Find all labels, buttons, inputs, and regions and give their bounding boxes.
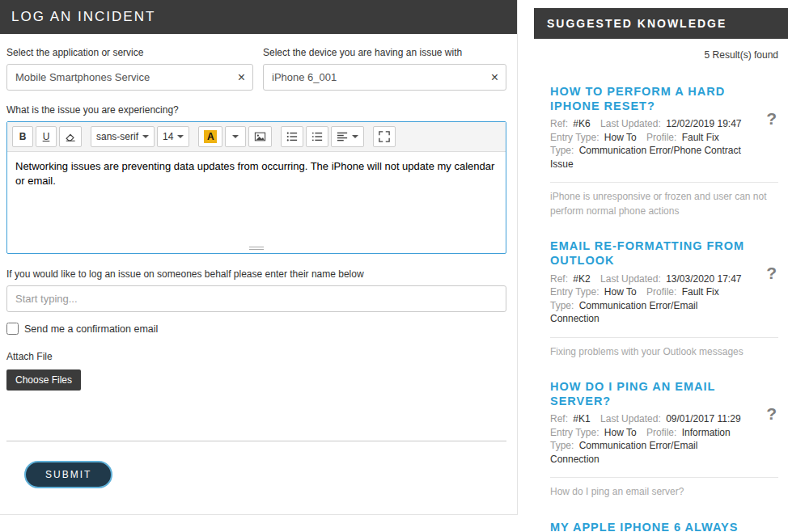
ref-value: #K1	[573, 413, 590, 424]
bold-button[interactable]: B	[12, 126, 33, 147]
knowledge-item-description: Fixing problems with your Outlook messag…	[550, 337, 778, 359]
font-size-value: 14	[163, 131, 173, 142]
text-color-button[interactable]: A	[198, 126, 222, 147]
behalf-input[interactable]	[6, 285, 506, 312]
profile-value: Fault Fix	[682, 132, 719, 143]
attach-file-label: Attach File	[6, 351, 506, 362]
rich-text-editor: B U sans-serif 14	[6, 121, 506, 254]
knowledge-item-meta-row: Type: Communication Error/Email Connecti…	[550, 299, 778, 326]
editor-toolbar: B U sans-serif 14	[7, 122, 506, 152]
device-label: Select the device you are having an issu…	[263, 47, 506, 58]
last-updated-value: 09/01/2017 11:29	[666, 413, 741, 424]
font-family-select[interactable]: sans-serif	[91, 126, 155, 147]
question-mark-icon[interactable]: ?	[766, 264, 777, 283]
confirmation-checkbox[interactable]	[6, 323, 19, 335]
profile-value: Fault Fix	[682, 286, 719, 298]
knowledge-item: HOW TO PERFORM A HARD IPHONE RESET? ? Re…	[550, 85, 778, 218]
entry-type-label: Entry Type:	[550, 286, 599, 298]
entry-type-value: How To	[604, 427, 637, 438]
knowledge-item-meta-row: Type: Communication Error/Email Connecti…	[550, 439, 778, 466]
knowledge-item-description: How do I ping an email server?	[550, 477, 778, 499]
text-color-swatch: A	[204, 130, 217, 143]
knowledge-item-meta-row: Entry Type: How To Profile: Information	[550, 426, 778, 440]
clear-icon[interactable]: ×	[491, 71, 498, 84]
knowledge-item-title[interactable]: MY APPLE IPHONE 6 ALWAYS HAS A LOW CALL …	[550, 521, 778, 532]
chevron-down-icon	[352, 135, 358, 138]
ref-value: #K6	[573, 118, 590, 129]
ref-label: Ref:	[550, 413, 568, 424]
fullscreen-icon	[379, 131, 390, 142]
question-mark-icon[interactable]: ?	[766, 404, 777, 424]
results-count: 5 Result(s) found	[534, 39, 788, 85]
ref-label: Ref:	[550, 273, 568, 285]
clear-icon[interactable]: ×	[238, 71, 245, 84]
behalf-label: If you would like to log an issue on som…	[6, 268, 506, 280]
incident-form: Select the application or service × Sele…	[0, 34, 517, 488]
incident-form-panel: LOG AN INCIDENT Select the application o…	[0, 0, 518, 515]
image-icon	[254, 131, 266, 142]
entry-type-label: Entry Type:	[550, 132, 599, 143]
knowledge-item-description: iPhone is unresponsive or frozen and use…	[550, 182, 778, 218]
font-size-select[interactable]: 14	[157, 126, 189, 147]
chevron-down-icon	[232, 135, 239, 138]
text-color-dropdown-button[interactable]	[225, 126, 246, 147]
knowledge-item-title[interactable]: HOW TO PERFORM A HARD IPHONE RESET?	[550, 85, 778, 113]
type-value: Communication Error/Phone Contract Issue	[550, 145, 741, 170]
issue-text-area[interactable]: Networking issues are preventing data up…	[7, 152, 506, 243]
type-label: Type:	[550, 440, 574, 451]
entry-type-label: Entry Type:	[550, 427, 599, 438]
profile-label: Profile:	[646, 286, 676, 298]
knowledge-item-meta-row: Type: Communication Error/Phone Contract…	[550, 144, 778, 171]
ref-value: #K2	[573, 273, 590, 285]
profile-value: Information	[682, 427, 731, 438]
last-updated-value: 13/03/2020 17:47	[666, 273, 741, 285]
issue-label: What is the issue you are experiencing?	[6, 104, 506, 116]
knowledge-item: MY APPLE IPHONE 6 ALWAYS HAS A LOW CALL …	[550, 521, 778, 532]
knowledge-list: HOW TO PERFORM A HARD IPHONE RESET? ? Re…	[534, 85, 788, 532]
confirmation-checkbox-label: Send me a confirmation email	[24, 323, 158, 335]
type-label: Type:	[550, 145, 574, 156]
clear-formatting-button[interactable]	[59, 126, 82, 147]
knowledge-item-meta-row: Ref: #K6 Last Updated: 12/02/2019 19:47	[550, 117, 778, 131]
chevron-down-icon	[177, 135, 184, 138]
ordered-list-button[interactable]	[306, 126, 328, 147]
app-service-label: Select the application or service	[6, 47, 253, 58]
unordered-list-button[interactable]	[281, 126, 303, 147]
underline-button[interactable]: U	[36, 126, 57, 147]
profile-label: Profile:	[646, 427, 676, 438]
app-service-input[interactable]	[6, 64, 253, 91]
knowledge-item-title[interactable]: EMAIL RE-FORMATTING FROM OUTLOOK	[550, 239, 778, 268]
knowledge-item: HOW DO I PING AN EMAIL SERVER? ? Ref: #K…	[550, 380, 778, 500]
fullscreen-button[interactable]	[373, 126, 396, 147]
entry-type-value: How To	[604, 132, 637, 143]
resize-grip-icon	[249, 247, 264, 250]
type-label: Type:	[550, 300, 574, 311]
question-mark-icon[interactable]: ?	[766, 109, 777, 129]
submit-button[interactable]: SUBMIT	[24, 461, 112, 488]
align-left-icon	[337, 131, 348, 142]
last-updated-label: Last Updated:	[600, 273, 661, 285]
ref-label: Ref:	[550, 118, 568, 129]
page-title: LOG AN INCIDENT	[0, 0, 517, 34]
insert-image-button[interactable]	[248, 126, 272, 147]
knowledge-item-meta-row: Entry Type: How To Profile: Fault Fix	[550, 285, 778, 299]
profile-label: Profile:	[646, 132, 676, 143]
suggested-knowledge-panel: SUGGESTED KNOWLEDGE 5 Result(s) found HO…	[534, 8, 788, 532]
ordered-list-icon	[311, 131, 323, 142]
knowledge-item: EMAIL RE-FORMATTING FROM OUTLOOK ? Ref: …	[550, 239, 778, 359]
knowledge-item-title[interactable]: HOW DO I PING AN EMAIL SERVER?	[550, 380, 778, 408]
font-family-value: sans-serif	[96, 131, 138, 142]
editor-resize-handle[interactable]	[7, 243, 506, 253]
last-updated-value: 12/02/2019 19:47	[666, 118, 741, 129]
chevron-down-icon	[142, 135, 149, 138]
unordered-list-icon	[286, 131, 298, 142]
form-divider	[6, 441, 506, 441]
paragraph-align-button[interactable]	[331, 126, 364, 147]
knowledge-item-meta-row: Entry Type: How To Profile: Fault Fix	[550, 131, 778, 145]
eraser-icon	[65, 131, 76, 142]
knowledge-item-meta-row: Ref: #K2 Last Updated: 13/03/2020 17:47	[550, 272, 778, 286]
knowledge-panel-title: SUGGESTED KNOWLEDGE	[534, 8, 788, 39]
device-input[interactable]	[263, 64, 506, 91]
knowledge-item-meta-row: Ref: #K1 Last Updated: 09/01/2017 11:29	[550, 412, 778, 426]
choose-files-button[interactable]: Choose Files	[6, 369, 81, 391]
